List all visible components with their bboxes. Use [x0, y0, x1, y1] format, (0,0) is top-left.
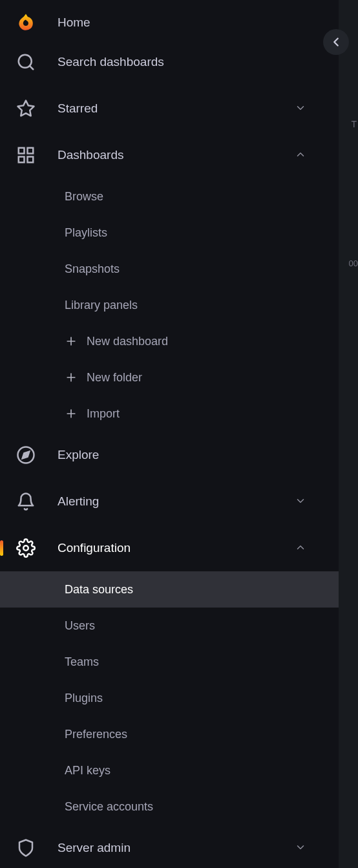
sub-label: API keys	[65, 764, 111, 778]
nav-alerting-label: Alerting	[58, 494, 295, 509]
nav-config-users[interactable]: Users	[0, 608, 339, 644]
dashboard-grid-icon	[16, 145, 36, 165]
sub-label: Browse	[65, 190, 103, 204]
nav-config-api-keys[interactable]: API keys	[0, 752, 339, 789]
grafana-logo-icon	[16, 12, 36, 33]
nav-starred[interactable]: Starred	[0, 85, 339, 132]
sub-label: Teams	[65, 655, 99, 669]
nav-server-admin[interactable]: Server admin	[0, 825, 339, 868]
sub-label: Snapshots	[65, 262, 120, 276]
nav-dashboards-playlists[interactable]: Playlists	[0, 215, 339, 251]
chevron-down-icon	[295, 495, 308, 508]
sub-label: Data sources	[65, 583, 133, 597]
sub-label: Plugins	[65, 692, 103, 705]
nav-config-teams[interactable]: Teams	[0, 644, 339, 680]
sub-label: Users	[65, 619, 95, 633]
sub-label: Library panels	[65, 299, 138, 312]
chevron-up-icon	[295, 542, 308, 555]
plus-icon	[65, 335, 78, 348]
compass-icon	[16, 445, 36, 465]
sub-label: New folder	[87, 371, 142, 385]
chevron-up-icon	[295, 149, 308, 162]
nav-server-admin-label: Server admin	[58, 841, 295, 855]
nav-alerting[interactable]: Alerting	[0, 478, 339, 525]
nav-dashboards-snapshots[interactable]: Snapshots	[0, 251, 339, 287]
svg-rect-4	[28, 148, 34, 154]
nav-search-label: Search dashboards	[58, 55, 339, 69]
svg-marker-14	[23, 452, 30, 459]
bell-icon	[16, 491, 36, 512]
svg-marker-2	[18, 101, 34, 116]
nav-configuration[interactable]: Configuration	[0, 525, 339, 571]
sub-label: New dashboard	[87, 335, 168, 348]
sub-label: Import	[87, 407, 120, 421]
chevron-down-icon	[295, 102, 308, 115]
collapse-sidebar-button[interactable]	[323, 29, 349, 55]
svg-rect-3	[19, 148, 25, 154]
peek-text-top: T	[351, 119, 357, 129]
svg-line-1	[30, 66, 33, 69]
nav-dashboards-label: Dashboards	[58, 148, 295, 162]
nav-config-data-sources[interactable]: Data sources	[0, 571, 339, 608]
nav-starred-label: Starred	[58, 101, 295, 116]
shield-icon	[16, 838, 36, 858]
nav-config-service-accounts[interactable]: Service accounts	[0, 789, 339, 825]
chevron-down-icon	[295, 842, 308, 854]
nav-config-plugins[interactable]: Plugins	[0, 680, 339, 716]
plus-icon	[65, 407, 78, 420]
nav-dashboards-library-panels[interactable]: Library panels	[0, 287, 339, 323]
nav-home-label: Home	[58, 16, 339, 30]
nav-dashboards-browse[interactable]: Browse	[0, 178, 339, 215]
chevron-left-icon	[329, 35, 343, 49]
nav-search[interactable]: Search dashboards	[0, 39, 339, 85]
sidebar-nav: Home Search dashboards Starred	[0, 0, 339, 868]
peek-text-mid: 00	[349, 259, 358, 268]
nav-home[interactable]: Home	[0, 0, 339, 39]
nav-new-folder[interactable]: New folder	[0, 359, 339, 396]
nav-dashboards[interactable]: Dashboards	[0, 132, 339, 178]
sub-label: Playlists	[65, 226, 107, 240]
star-icon	[16, 98, 36, 119]
nav-import[interactable]: Import	[0, 396, 339, 432]
search-icon	[16, 52, 36, 72]
nav-explore-label: Explore	[58, 448, 339, 462]
plus-icon	[65, 371, 78, 384]
gear-icon	[16, 538, 36, 558]
svg-point-15	[23, 545, 28, 551]
svg-rect-5	[19, 157, 25, 163]
nav-explore[interactable]: Explore	[0, 432, 339, 478]
sub-label: Service accounts	[65, 800, 153, 814]
sub-label: Preferences	[65, 728, 127, 741]
nav-configuration-label: Configuration	[58, 541, 295, 555]
nav-config-preferences[interactable]: Preferences	[0, 716, 339, 752]
nav-new-dashboard[interactable]: New dashboard	[0, 323, 339, 359]
svg-rect-6	[28, 157, 34, 163]
